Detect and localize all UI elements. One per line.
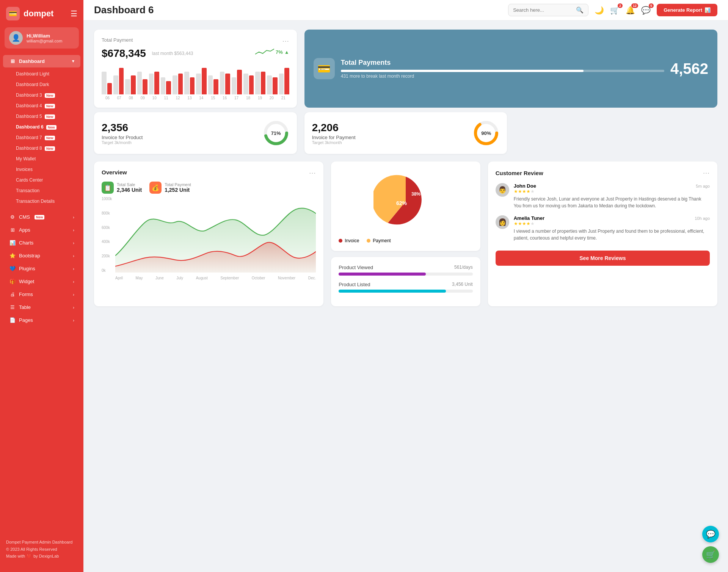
sidebar-item-dashboard-4[interactable]: Dashboard 4 New (0, 100, 83, 111)
bar-x-label: 09 (137, 96, 149, 100)
bell-badge: 12 (631, 3, 638, 8)
bar-group (137, 72, 147, 94)
user-email: william@gmail.com (27, 39, 62, 43)
payment-legend-item: Payment (367, 238, 391, 243)
forms-icon: 🖨 (9, 291, 16, 297)
hamburger-icon[interactable]: ☰ (71, 9, 77, 18)
sidebar-item-dashboard-3[interactable]: Dashboard 3 New (0, 90, 83, 100)
customer-review-card: Customer Review ··· 👨 John Doe 5m ago ★★… (488, 161, 717, 306)
total-sale-value: 2,346 Unit (117, 187, 142, 193)
bar-chart (102, 64, 289, 94)
overview-header: Overview ··· (102, 169, 316, 177)
invoice-product-info: 2,356 Invoice for Product Target 3k/mont… (102, 122, 257, 145)
bar-red (166, 81, 171, 94)
reviewer-time-2: 10h ago (695, 216, 710, 221)
sidebar-item-bootstrap[interactable]: ⭐ Bootstrap › (3, 249, 80, 262)
topbar: Dashboard 6 🔍 🌙 🛒 2 🔔 12 💬 5 Generate Re… (83, 0, 728, 20)
sidebar-item-dashboard-dark[interactable]: Dashboard Dark (0, 79, 83, 90)
bar-x-label: 11 (160, 96, 172, 100)
sidebar-item-dashboard[interactable]: ⊞ Dashboard ▾ (3, 55, 80, 67)
chevron-right-icon: › (73, 318, 74, 323)
reviewer-name-2: Amelia Tuner (514, 215, 544, 221)
sidebar-item-invoices[interactable]: Invoices (0, 164, 83, 175)
generate-report-button[interactable]: Generate Report 📊 (657, 4, 717, 16)
bar-red (261, 72, 266, 94)
sidebar-item-dashboard-5[interactable]: Dashboard 5 New (0, 111, 83, 122)
bar-group (196, 68, 206, 94)
user-info: Hi,William william@gmail.com (27, 33, 62, 43)
search-box: 🔍 (508, 4, 588, 16)
bar-red (213, 79, 218, 94)
blue-card-progress-bar (341, 70, 664, 72)
bar-red (249, 75, 254, 94)
bar-gray (243, 74, 248, 94)
bar-group (279, 68, 289, 94)
bar-x-label: 10 (149, 96, 160, 100)
sidebar-item-pages[interactable]: 📄 Pages › (3, 314, 80, 326)
blue-card-info: Total Payments 431 more to break last mo… (341, 59, 664, 79)
invoice-product-number: 2,356 (102, 122, 257, 134)
bar-x-label: 14 (195, 96, 207, 100)
bar-red (284, 68, 289, 94)
support-float-btn[interactable]: 💬 (702, 526, 719, 542)
sidebar-item-forms[interactable]: 🖨 Forms › (3, 288, 80, 301)
chevron-right-icon: › (73, 241, 74, 245)
footer-brand: Dompet Payment Admin Dashboard (6, 539, 77, 546)
overview-more-btn[interactable]: ··· (309, 169, 316, 177)
sidebar-item-cards-center[interactable]: Cards Center (0, 175, 83, 185)
area-chart: 1000k 800k 600k 400k 200k 0k (102, 197, 316, 280)
sidebar-logo: 💳 dompet ☰ (0, 0, 83, 27)
sidebar-item-charts[interactable]: 📊 Charts › (3, 237, 80, 249)
sidebar-item-dashboard-light[interactable]: Dashboard Light (0, 69, 83, 79)
review-more-btn[interactable]: ··· (703, 169, 710, 177)
see-more-reviews-button[interactable]: See More Reviews (496, 251, 710, 266)
sidebar-item-dashboard-8[interactable]: Dashboard 8 New (0, 143, 83, 154)
chevron-down-icon: ▾ (72, 59, 74, 64)
user-card: 👤 Hi,William william@gmail.com (5, 27, 79, 49)
bar-red (237, 70, 242, 94)
total-payment-legend: 💰 Total Payment 1,252 Unit (149, 182, 191, 194)
bar-x-label: 12 (172, 96, 184, 100)
sidebar-item-my-wallet[interactable]: My Wallet (0, 154, 83, 164)
total-payment-title: Total Payment (102, 37, 133, 43)
search-input[interactable] (513, 7, 574, 13)
sidebar-item-widget[interactable]: 🎁 Widget › (3, 275, 80, 288)
sidebar-item-plugins[interactable]: 💙 Plugins › (3, 262, 80, 275)
invoice-product-pct: 71% (271, 130, 281, 136)
cart-float-btn[interactable]: 🛒 (702, 546, 719, 563)
bar-red (131, 75, 136, 94)
cart-icon-wrap[interactable]: 🛒 2 (610, 6, 620, 15)
bar-labels: 06070809101112131415161718192021 (102, 96, 289, 100)
bar-red (143, 79, 147, 94)
topbar-icons: 🌙 🛒 2 🔔 12 💬 5 (595, 6, 651, 15)
sidebar-item-transaction[interactable]: Transaction (0, 185, 83, 196)
logo-icon: 💳 (6, 7, 20, 20)
footer-copyright: © 2023 All Rights Reserved (6, 546, 77, 553)
dashboard-submenu: Dashboard Light Dashboard Dark Dashboard… (0, 68, 83, 207)
bar-gray (125, 79, 130, 94)
theme-toggle[interactable]: 🌙 (595, 6, 604, 15)
bar-group (161, 77, 171, 94)
total-payment-amount: $678,345 (102, 47, 146, 60)
review-header: Customer Review ··· (496, 169, 710, 177)
floating-buttons: 💬 🛒 (702, 526, 719, 563)
bell-icon-wrap[interactable]: 🔔 12 (626, 6, 635, 15)
more-options-btn[interactable]: ··· (282, 37, 289, 45)
chat-icon-wrap[interactable]: 💬 5 (641, 6, 651, 15)
sidebar-item-transaction-details[interactable]: Transaction Details (0, 196, 83, 207)
invoice-payment-target: Target 3k/month (312, 140, 467, 145)
sidebar-item-dashboard-7[interactable]: Dashboard 7 New (0, 132, 83, 143)
search-icon[interactable]: 🔍 (576, 6, 584, 14)
bar-gray (279, 74, 284, 94)
pages-icon: 📄 (9, 317, 16, 323)
bar-gray (267, 75, 272, 94)
sidebar-item-dashboard-6[interactable]: Dashboard 6 New (0, 122, 83, 132)
bar-group (255, 72, 265, 94)
sidebar-item-cms[interactable]: ⚙ CMS New › (3, 211, 80, 223)
chevron-right-icon: › (73, 279, 74, 284)
total-sale-icon: 📋 (102, 182, 114, 194)
sidebar-item-table[interactable]: ☰ Table › (3, 301, 80, 313)
review-text-2: I viewed a number of properties with Jus… (514, 228, 710, 241)
product-listed-fill (339, 290, 446, 293)
sidebar-item-apps[interactable]: ⊞ Apps › (3, 224, 80, 236)
